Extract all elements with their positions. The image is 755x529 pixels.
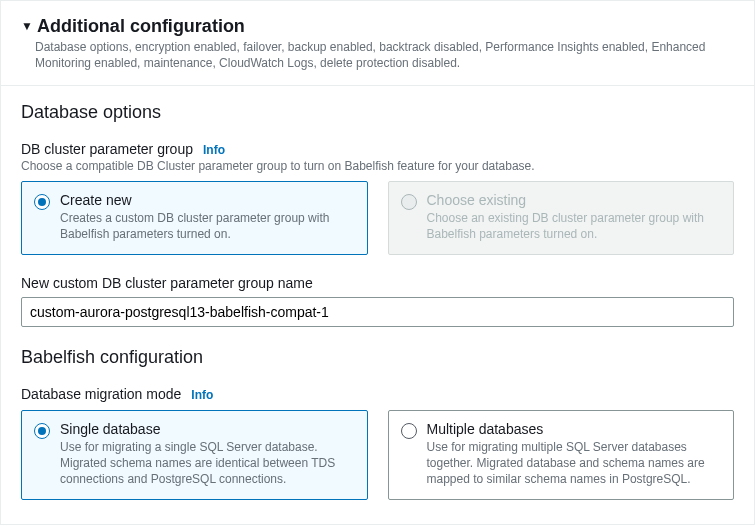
custom-name-label: New custom DB cluster parameter group na… [21, 275, 734, 291]
radio-icon [401, 423, 417, 439]
migration-single-database-tile[interactable]: Single database Use for migrating a sing… [21, 410, 368, 500]
migration-mode-info-link[interactable]: Info [191, 388, 213, 402]
tile-description: Choose an existing DB cluster parameter … [427, 210, 722, 242]
param-group-info-link[interactable]: Info [203, 143, 225, 157]
tile-title: Choose existing [427, 192, 722, 208]
radio-icon [401, 194, 417, 210]
panel-title: Additional configuration [37, 15, 245, 37]
babelfish-config-heading: Babelfish configuration [21, 347, 734, 368]
panel-header: ▼ Additional configuration Database opti… [1, 1, 754, 86]
panel-description: Database options, encryption enabled, fa… [21, 39, 734, 71]
tile-title: Create new [60, 192, 355, 208]
radio-icon [34, 194, 50, 210]
migration-multiple-databases-tile[interactable]: Multiple databases Use for migrating mul… [388, 410, 735, 500]
caret-down-icon[interactable]: ▼ [21, 15, 33, 37]
param-group-choose-existing-tile: Choose existing Choose an existing DB cl… [388, 181, 735, 255]
panel-content: Database options DB cluster parameter gr… [1, 86, 754, 524]
tile-title: Single database [60, 421, 355, 437]
param-group-help: Choose a compatible DB Cluster parameter… [21, 159, 734, 173]
tile-description: Use for migrating a single SQL Server da… [60, 439, 355, 487]
radio-icon [34, 423, 50, 439]
param-group-label: DB cluster parameter group [21, 141, 193, 157]
tile-description: Creates a custom DB cluster parameter gr… [60, 210, 355, 242]
tile-title: Multiple databases [427, 421, 722, 437]
database-options-heading: Database options [21, 102, 734, 123]
tile-description: Use for migrating multiple SQL Server da… [427, 439, 722, 487]
param-group-create-new-tile[interactable]: Create new Creates a custom DB cluster p… [21, 181, 368, 255]
additional-configuration-panel: ▼ Additional configuration Database opti… [0, 0, 755, 525]
custom-name-input[interactable] [21, 297, 734, 327]
migration-mode-label: Database migration mode [21, 386, 181, 402]
